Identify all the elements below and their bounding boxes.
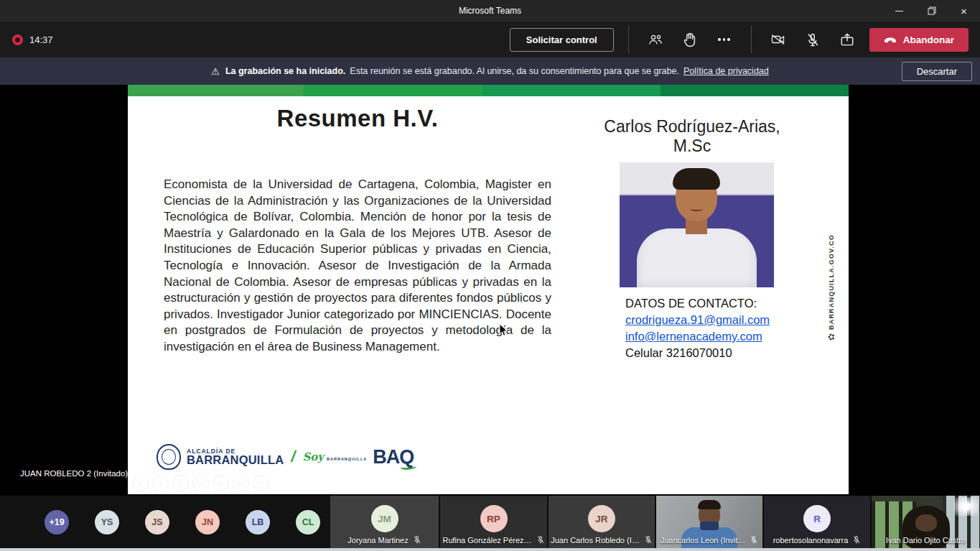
banner-bold-text: La grabación se ha iniciado.	[225, 66, 345, 76]
shared-slide: Resumen H.V. Economista de la Universida…	[128, 85, 849, 494]
slide-title: Resumen H.V.	[171, 105, 544, 132]
mouse-cursor	[499, 323, 508, 337]
speaker-name: Carlos Rodríguez-Arias, M.Sc	[596, 117, 788, 156]
contact-email-2: info@lernenacademy.com	[625, 330, 762, 343]
toolbar-divider	[751, 26, 752, 53]
minimize-button[interactable]	[883, 0, 915, 22]
restore-button[interactable]	[915, 0, 948, 22]
participant-avatar[interactable]: CL	[296, 510, 320, 534]
raise-hand-button[interactable]	[678, 27, 702, 52]
hand-icon	[683, 32, 697, 47]
participant-tile[interactable]: JR Juan Carlos Robledo (I…	[549, 496, 655, 548]
overflow-participants-badge[interactable]: +19	[45, 510, 69, 534]
participant-video-tile[interactable]: Juancarlos Leon (Invit…	[656, 496, 762, 548]
logo-baq: BAQ	[373, 446, 414, 468]
participant-avatar[interactable]: JS	[145, 510, 169, 534]
participant-name: Ivan Dario Ojito Castro	[886, 536, 966, 545]
leave-label: Abandonar	[903, 34, 954, 45]
hangup-icon	[884, 37, 897, 43]
participant-avatar: JR	[588, 505, 615, 532]
mic-off-icon	[134, 468, 143, 478]
participant-avatar: JM	[371, 505, 398, 532]
participant-tile[interactable]: JM Joryana Martinez	[330, 496, 439, 548]
participant-avatar: R	[803, 505, 831, 532]
privacy-policy-link[interactable]: Política de privacidad	[683, 66, 769, 76]
dismiss-button[interactable]: Descartar	[902, 62, 972, 81]
meeting-timer: 14:37	[29, 34, 53, 45]
meeting-toolbar: 14:37 Solicitar control	[0, 22, 980, 57]
request-control-button[interactable]: Solicitar control	[510, 28, 614, 52]
people-icon	[648, 32, 663, 47]
mic-off-button[interactable]	[801, 27, 825, 52]
participant-avatar[interactable]: YS	[95, 510, 119, 534]
avatar-row: +19 YS JS JN LB CL	[0, 496, 330, 548]
next-slide-icon[interactable]: ›	[152, 475, 169, 491]
more-icon[interactable]: ⋯	[253, 475, 269, 491]
slides-overview-icon[interactable]: □	[192, 475, 209, 491]
contact-phone: Celular 3216070010	[625, 345, 770, 361]
restore-icon	[928, 6, 936, 15]
mic-off-icon	[413, 535, 421, 545]
camera-off-icon	[770, 32, 787, 47]
logo-slash: /	[291, 448, 295, 466]
participant-tile[interactable]: RP Rufina González Pérez…	[440, 496, 547, 548]
record-icon	[12, 34, 23, 45]
flower-icon	[828, 333, 835, 341]
zoom-icon[interactable]: ○	[213, 475, 229, 491]
participant-avatar: RP	[480, 505, 508, 532]
monitor-icon[interactable]: ▭	[233, 475, 249, 491]
window-controls: ×	[883, 0, 980, 22]
more-options-button[interactable]	[712, 27, 737, 52]
toolbar-divider	[628, 26, 629, 53]
mic-off-icon	[644, 535, 653, 545]
logo-soy-small: BARRANQUILLA	[327, 457, 367, 461]
close-icon: ×	[961, 6, 967, 17]
slide-watermark: BARRANQUILLA.GOV.CO	[828, 233, 835, 341]
recording-banner: ⚠ La grabación se ha iniciado. Esta reun…	[0, 57, 980, 85]
logo-line2: BARRANQUILLA	[187, 454, 284, 466]
logo-soy: Soy	[302, 450, 324, 463]
minimize-icon	[895, 11, 903, 11]
share-screen-button[interactable]	[835, 27, 859, 52]
screen-share-stage: Resumen H.V. Economista de la Universida…	[0, 85, 980, 496]
participant-name: Juan Carlos Robledo (I…	[551, 536, 640, 545]
camera-off-button[interactable]	[766, 27, 790, 52]
ellipsis-icon	[718, 38, 730, 41]
leave-meeting-button[interactable]: Abandonar	[869, 28, 969, 52]
banner-message: Esta reunión se está grabando. Al unirse…	[350, 66, 679, 76]
contact-block: DATOS DE CONTACTO: crodrigueza.91@gmail.…	[625, 295, 770, 361]
slide-accent-bar	[128, 85, 849, 96]
mic-off-icon	[536, 535, 545, 545]
participant-avatar[interactable]: LB	[246, 510, 270, 534]
presenter-name-label: JUAN ROBLEDO 2 (Invitado)	[20, 468, 143, 478]
mic-off-icon	[806, 32, 820, 47]
participant-name: Rufina González Pérez…	[442, 536, 531, 545]
pen-icon[interactable]: ∕	[172, 475, 189, 491]
share-icon	[839, 32, 855, 47]
participant-name: Joryana Martinez	[347, 536, 408, 545]
participant-name: robertosolanonavarra	[773, 536, 849, 545]
presenter-ghost-toolbar: ‹ › ∕ □ ○ ▭ ⋯	[132, 475, 269, 491]
speaker-photo	[620, 162, 774, 287]
crest-icon	[157, 444, 181, 470]
participant-video-tile[interactable]: Ivan Dario Ojito Castro	[872, 496, 980, 548]
mic-off-icon	[750, 535, 758, 545]
close-button[interactable]: ×	[948, 0, 980, 22]
participant-avatar[interactable]: JN	[195, 510, 220, 534]
participants-button[interactable]	[643, 27, 668, 52]
mic-off-icon	[852, 535, 861, 545]
contact-heading: DATOS DE CONTACTO:	[625, 295, 770, 312]
warning-icon: ⚠	[211, 66, 220, 77]
alcaldia-logo: ALCALDÍA DE BARRANQUILLA / Soy BARRANQUI…	[157, 443, 414, 471]
window-bottom-edge	[0, 548, 980, 551]
contact-email-1: crodrigueza.91@gmail.com	[625, 313, 770, 326]
title-bar: Microsoft Teams ×	[0, 0, 980, 22]
slide-body-text: Economista de la Universidad de Cartagen…	[164, 177, 551, 356]
toolbar-controls: Solicitar control	[510, 26, 980, 53]
window-title: Microsoft Teams	[459, 6, 521, 16]
participant-name: Juancarlos Leon (Invit…	[661, 536, 746, 545]
participant-filmstrip: +19 YS JS JN LB CL JM Joryana Martinez R…	[0, 496, 980, 551]
teams-window: Microsoft Teams × 14:37 Solicitar contro…	[0, 0, 980, 551]
participant-tile[interactable]: R robertosolanonavarra	[764, 496, 870, 548]
baq-swoosh	[401, 464, 416, 470]
